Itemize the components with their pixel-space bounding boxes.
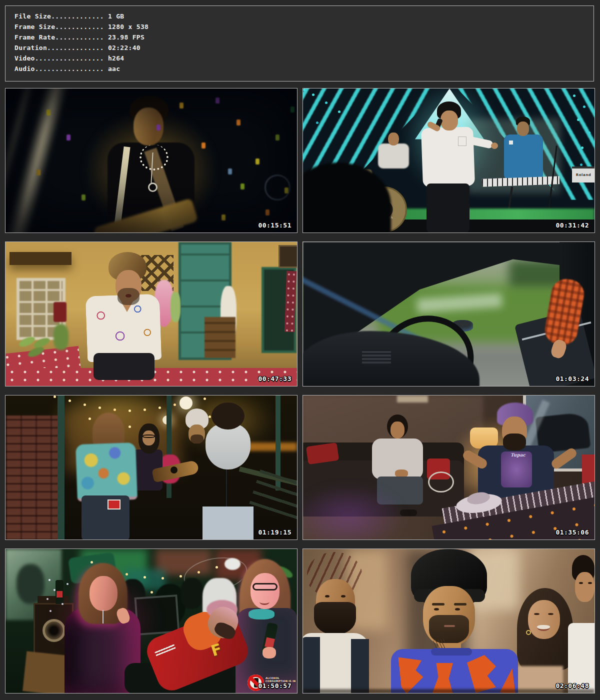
guitarist-face [142,430,155,446]
beanie-man-brows [432,603,444,606]
turban-man-vest-left [302,637,320,694]
wall-sconce [397,396,428,402]
turban-man-eyes [325,595,330,598]
red-rack [582,454,594,486]
young-man-eyes [579,582,583,584]
thumbnail-recording-studio: Tupac 01:35:06 [302,395,595,540]
smiling-woman-eyes [534,613,540,615]
beanie-man-lip [444,625,455,627]
teal-collar [248,609,274,620]
string-lights [54,396,56,398]
media-info-line: Frame Rate............ 23.98 FPS [14,32,594,42]
smiling-woman-face [528,600,560,639]
man-mouth [126,294,132,298]
beanie-man-eyes [434,608,439,610]
denim-man-hair [212,402,244,430]
tshirt-print-text: Tupac [504,452,532,458]
pocket-square [509,140,513,144]
turban-man-vest-right [351,639,369,694]
bottom-shadow [303,689,594,694]
wire-stool [428,472,454,492]
globe-lamp [180,396,192,410]
timestamp: 00:15:51 [258,222,292,229]
wall-heater [54,302,66,322]
audience-silhouette [302,162,391,233]
air-vent [362,350,391,365]
roland-keyboard: Roland [572,166,595,182]
thumbnail-courtyard-cot: 00:47:33 [5,242,298,386]
timestamp: 00:31:42 [556,222,589,229]
thumbnail-car-interior: 01:03:24 [302,242,595,386]
guitar-soundhole [170,466,178,474]
woman-face [90,576,118,611]
drummer-face [388,132,399,146]
timestamp: 01:35:06 [556,528,589,536]
timestamp: 02:06:48 [556,682,589,690]
picture-frame [278,245,298,268]
smiling-woman-smile [537,623,550,631]
crowd-silhouette-3 [180,578,204,609]
singer-pants [426,184,470,232]
media-info-lines: File Size............. 1 GBFrame Size...… [14,11,594,74]
denim-man-jeans [202,506,254,540]
necklace [102,610,104,624]
wooden-chair [204,317,236,358]
timestamp: 01:50:57 [258,682,292,690]
sweater-collar [431,648,472,656]
media-info-line: Video................. h264 [14,53,594,64]
timestamp: 00:47:33 [258,375,292,382]
keyboardist-face [517,122,529,136]
thumbnail-night-street: 01:19:15 [5,395,298,540]
singer-face [440,110,458,130]
screenshot-grid: 00:15:51 Roland YAMAHA [5,88,595,694]
young-man-face [575,572,594,602]
drummer-body [378,144,409,168]
woman-jeans [82,496,130,540]
green-post [58,396,64,540]
fairy-lights [48,579,50,581]
thumbnail-concert-confetti: 00:15:51 [5,88,298,233]
string-lights [90,561,93,564]
hanging-green-cloth [170,292,180,322]
media-info-panel: File Size............. 1 GBFrame Size...… [5,6,594,82]
gray-hood [206,424,250,470]
smile [260,599,270,605]
thumbnail-beanie-man-group: 02:06:48 [302,548,595,694]
media-info-line: Frame Size............ 1280 x 538 [14,22,594,32]
shrub [54,324,68,350]
dark-vignette [6,88,297,232]
red-pocket-card [108,500,120,510]
thumbnail-led-stage: Roland YAMAHA 00:31:42 [302,88,595,233]
white-beanie-person [224,558,240,570]
hand-holding-bottle [262,647,276,658]
timestamp: 01:03:24 [556,375,589,382]
timestamp: 01:19:15 [258,528,292,536]
led-dots [303,88,306,91]
media-info-line: Duration.............. 02:22:40 [14,42,594,53]
woman-paisley-top [76,442,138,502]
glasses [252,583,278,590]
turban-man-beard [314,602,356,635]
hoop-earring [526,630,531,635]
brick-wall [6,416,60,540]
media-info-line: File Size............. 1 GB [14,11,594,22]
producer-beard [503,434,526,450]
window-awning [10,252,72,265]
media-info-line: Audio................. aac [14,64,594,74]
singer-shirt [421,126,475,188]
singer-hand [491,142,498,149]
thumbnail-neon-party: F ALCOHOL CONSUMPTION IS IN 01:50:57 [5,548,298,694]
maroon-wall-hanging [284,271,296,332]
media-info-sheet: File Size............. 1 GBFrame Size...… [0,0,600,700]
man-pants [94,353,154,380]
seated-man-face [390,422,404,438]
guitarist-glasses [142,434,155,438]
shirt-pocket [458,136,466,146]
